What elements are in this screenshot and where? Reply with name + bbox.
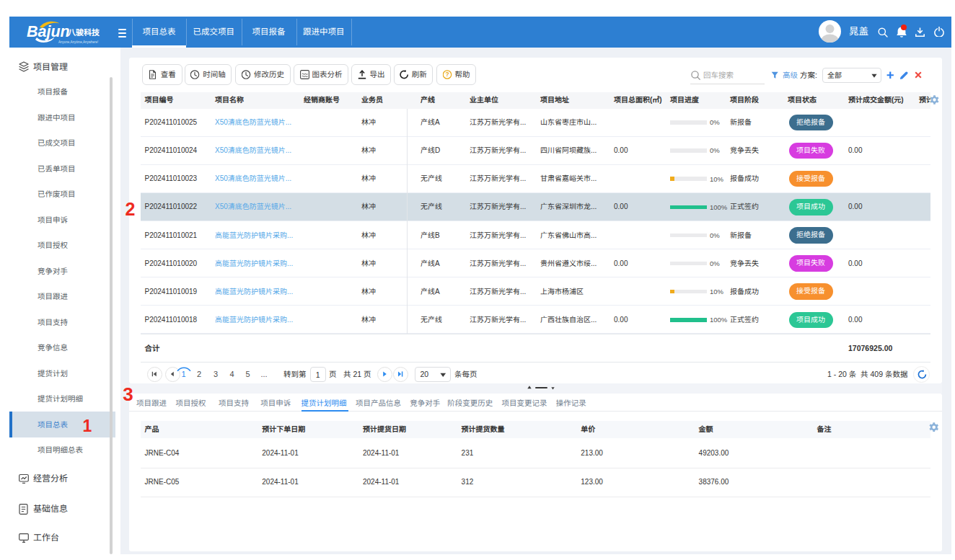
svg-text:Bajun: Bajun [27, 23, 70, 40]
svg-text:八骏科技: 八骏科技 [67, 26, 100, 37]
svg-text:Anyone,Anytime,Anywhere!: Anyone,Anytime,Anywhere! [58, 40, 98, 44]
svg-text:?: ? [445, 71, 449, 78]
